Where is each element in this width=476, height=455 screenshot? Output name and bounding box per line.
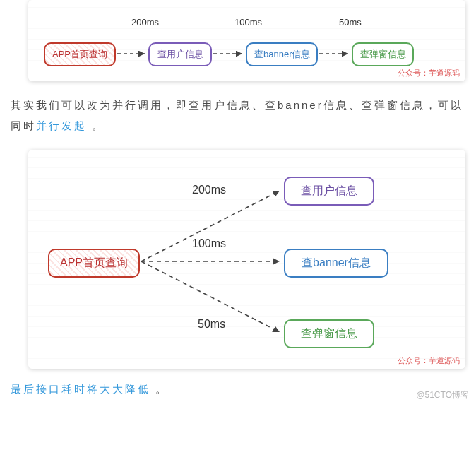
- node-label: APP首页查询: [60, 256, 128, 268]
- node-label: 查用户信息: [157, 49, 203, 59]
- node-label: 查弹窗信息: [360, 49, 406, 59]
- parallel-diagram: APP首页查询 查用户信息 查banner信息 查弹窗信息 200ms 100m…: [28, 150, 465, 369]
- edge-label-200ms: 200ms: [131, 17, 159, 28]
- node-label: APP首页查询: [52, 49, 107, 59]
- edge-label-50ms: 50ms: [198, 318, 225, 331]
- parallel-app-home-query: APP首页查询: [48, 249, 140, 278]
- watermark: 公众号：芋道源码: [398, 68, 460, 78]
- body-text-b: 。: [92, 119, 105, 131]
- body-text-highlight: 并行发起: [36, 119, 87, 131]
- edge-label-200ms: 200ms: [192, 184, 226, 196]
- brand-watermark: @51CTO博客: [416, 389, 469, 401]
- node-label: 查banner信息: [302, 256, 371, 268]
- serial-query-user-info: 查用户信息: [148, 42, 212, 66]
- parallel-query-popup-info: 查弹窗信息: [284, 319, 374, 348]
- node-label: 查弹窗信息: [301, 327, 357, 339]
- bottom-tail: 。: [155, 383, 168, 395]
- serial-query-banner-info: 查banner信息: [246, 42, 318, 66]
- bottom-highlight: 最后接口耗时将大大降低: [11, 383, 150, 395]
- serial-diagram: APP首页查询 查用户信息 查banner信息 查弹窗信息 200ms 100m…: [28, 0, 465, 81]
- parallel-query-user-info: 查用户信息: [284, 177, 374, 206]
- svg-line-3: [141, 191, 280, 261]
- parallel-query-banner-info: 查banner信息: [284, 249, 388, 278]
- serial-app-home-query: APP首页查询: [44, 42, 116, 66]
- serial-query-popup-info: 查弹窗信息: [352, 42, 414, 66]
- node-label: 查用户信息: [301, 184, 357, 196]
- watermark: 公众号：芋道源码: [398, 355, 460, 366]
- node-label: 查banner信息: [254, 49, 310, 59]
- edge-label-100ms: 100ms: [234, 17, 262, 28]
- body-paragraph: 其实我们可以改为并行调用，即查用户信息、查banner信息、查弹窗信息，可以同时…: [11, 95, 465, 136]
- edge-label-100ms: 100ms: [192, 237, 226, 250]
- bottom-paragraph: 最后接口耗时将大大降低 。: [11, 383, 465, 396]
- edge-label-50ms: 50ms: [339, 17, 362, 28]
